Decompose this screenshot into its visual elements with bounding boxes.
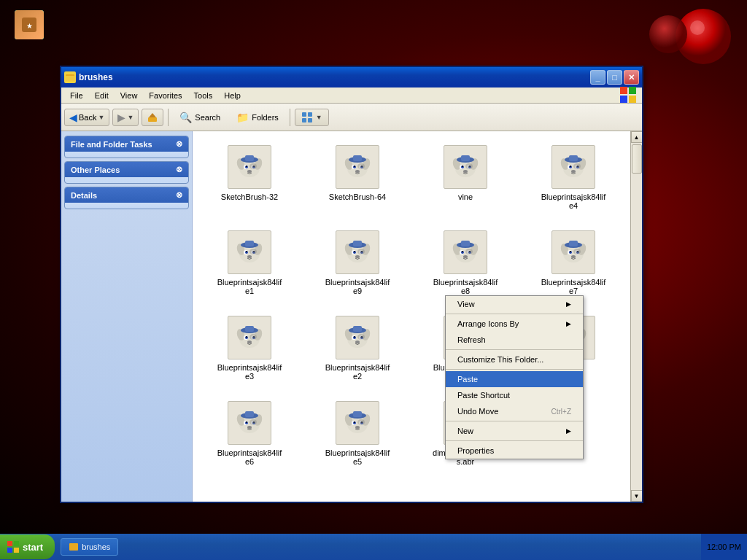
- context-menu-item[interactable]: Refresh: [446, 332, 583, 348]
- menu-help[interactable]: Help: [218, 90, 247, 101]
- context-menu-item[interactable]: View▶: [446, 296, 583, 312]
- toolbar: ◀ Back ▼ ▶ ▼ 🔍 Search 📁 Folders: [61, 104, 642, 131]
- details-section: Details ⊗: [64, 187, 189, 209]
- context-menu-item[interactable]: New▶: [446, 423, 583, 439]
- svg-rect-34: [245, 155, 254, 161]
- file-label: Blueprintsajsk84life3: [217, 363, 282, 381]
- context-menu-item[interactable]: Properties: [446, 443, 583, 459]
- file-label: Blueprintsajsk84life6: [217, 448, 282, 466]
- minimize-button[interactable]: _: [590, 70, 605, 85]
- file-label: Blueprintsajsk84life8: [433, 278, 498, 295]
- svg-rect-22: [308, 118, 312, 122]
- svg-point-110: [463, 255, 468, 258]
- file-icon: [228, 230, 271, 274]
- svg-point-43: [354, 166, 355, 167]
- search-button[interactable]: 🔍 Search: [173, 109, 227, 126]
- file-item[interactable]: SketchBrush-64: [306, 137, 409, 217]
- svg-text:★: ★: [26, 22, 33, 30]
- details-header[interactable]: Details ⊗: [65, 187, 188, 203]
- menubar: File Edit View Favorites Tools Help: [61, 88, 642, 104]
- svg-point-188: [247, 426, 252, 429]
- svg-point-48: [357, 163, 365, 169]
- file-icon: [444, 230, 487, 274]
- file-icon: [444, 145, 487, 189]
- forward-button[interactable]: ▶ ▼: [112, 109, 139, 126]
- file-item[interactable]: Blueprintsajsk84life4: [522, 137, 624, 217]
- file-label: SketchBrush-64: [329, 192, 386, 201]
- svg-point-121: [570, 251, 571, 252]
- file-folder-tasks-header[interactable]: File and Folder Tasks ⊗: [65, 136, 188, 152]
- taskbar-time: 12:00 PM: [707, 542, 741, 551]
- svg-point-69: [570, 166, 571, 167]
- context-menu-item-label: Undo Move: [457, 407, 498, 416]
- back-button[interactable]: ◀ Back ▼: [64, 109, 109, 126]
- file-item[interactable]: Blueprintsajsk84life2: [306, 308, 409, 387]
- context-menu-item[interactable]: Paste Shortcut: [446, 387, 583, 403]
- svg-rect-151: [353, 326, 362, 332]
- menu-view[interactable]: View: [115, 90, 144, 101]
- svg-point-201: [355, 426, 360, 429]
- svg-point-139: [249, 334, 257, 340]
- details-content: [65, 203, 188, 209]
- file-item[interactable]: Blueprintsajsk84life1: [198, 222, 301, 302]
- context-menu-item-label: Arrange Icons By: [457, 319, 519, 328]
- up-button[interactable]: [142, 109, 163, 126]
- menu-file[interactable]: File: [64, 90, 89, 101]
- file-icon: [228, 145, 271, 189]
- maximize-button[interactable]: □: [607, 70, 622, 85]
- file-item[interactable]: Blueprintsajsk84life7: [522, 222, 624, 302]
- context-menu-item[interactable]: Paste: [446, 371, 583, 387]
- file-item[interactable]: SketchBrush-32: [198, 137, 301, 217]
- file-label: Blueprintsajsk84life4: [541, 192, 606, 210]
- svg-point-71: [571, 170, 576, 173]
- context-menu-separator: [446, 440, 583, 441]
- svg-rect-13: [620, 87, 627, 94]
- svg-point-32: [247, 170, 252, 173]
- close-button[interactable]: ✕: [624, 70, 639, 85]
- menu-favorites[interactable]: Favorites: [143, 90, 187, 101]
- svg-rect-190: [245, 411, 254, 417]
- svg-marker-18: [149, 113, 156, 117]
- vertical-scrollbar[interactable]: ▲ ▼: [630, 131, 642, 502]
- scroll-thumb[interactable]: [632, 144, 642, 174]
- context-menu-item-label: Paste Shortcut: [457, 391, 510, 400]
- context-menu-item[interactable]: Undo MoveCtrl+Z: [446, 403, 583, 419]
- svg-point-126: [573, 249, 581, 254]
- svg-point-97: [355, 255, 360, 258]
- context-menu-item[interactable]: Customize This Folder...: [446, 351, 583, 368]
- file-icon: [551, 230, 595, 274]
- file-item[interactable]: Blueprintsajsk84life8: [414, 222, 516, 302]
- svg-point-35: [249, 163, 257, 169]
- svg-point-100: [357, 249, 365, 254]
- svg-rect-219: [69, 543, 78, 551]
- scroll-up-arrow[interactable]: ▲: [631, 131, 643, 143]
- svg-rect-112: [461, 241, 470, 246]
- svg-point-147: [354, 336, 355, 338]
- start-button[interactable]: start: [0, 534, 55, 559]
- svg-rect-17: [148, 117, 157, 122]
- svg-rect-203: [353, 411, 362, 417]
- svg-point-134: [246, 336, 247, 338]
- file-item[interactable]: Blueprintsajsk84life6: [198, 393, 301, 472]
- taskbar-window-item[interactable]: brushes: [61, 538, 118, 556]
- scroll-down-arrow[interactable]: ▼: [631, 490, 643, 502]
- view-button[interactable]: ▼: [295, 109, 329, 126]
- taskbar-items: brushes: [61, 538, 701, 556]
- file-item[interactable]: Blueprintsajsk84life9: [306, 222, 409, 302]
- context-menu-item-label: New: [457, 427, 473, 435]
- menu-edit[interactable]: Edit: [89, 90, 115, 101]
- context-menu-item[interactable]: Arrange Icons By▶: [446, 316, 583, 332]
- file-icon: [336, 401, 379, 445]
- svg-rect-14: [629, 87, 636, 94]
- file-item[interactable]: Blueprintsajsk84life5: [306, 393, 409, 472]
- file-folder-tasks-section: File and Folder Tasks ⊗: [64, 136, 189, 158]
- file-item[interactable]: vine: [414, 137, 516, 217]
- titlebar-buttons: _ □ ✕: [590, 70, 639, 85]
- menu-tools[interactable]: Tools: [188, 90, 219, 101]
- desktop-icon-4[interactable]: ★: [7, 7, 51, 42]
- file-item[interactable]: Blueprintsajsk84life3: [198, 308, 301, 387]
- svg-point-108: [462, 251, 463, 252]
- other-places-header[interactable]: Other Places ⊗: [65, 162, 188, 177]
- svg-rect-138: [245, 326, 254, 332]
- folders-button[interactable]: 📁 Folders: [230, 109, 285, 126]
